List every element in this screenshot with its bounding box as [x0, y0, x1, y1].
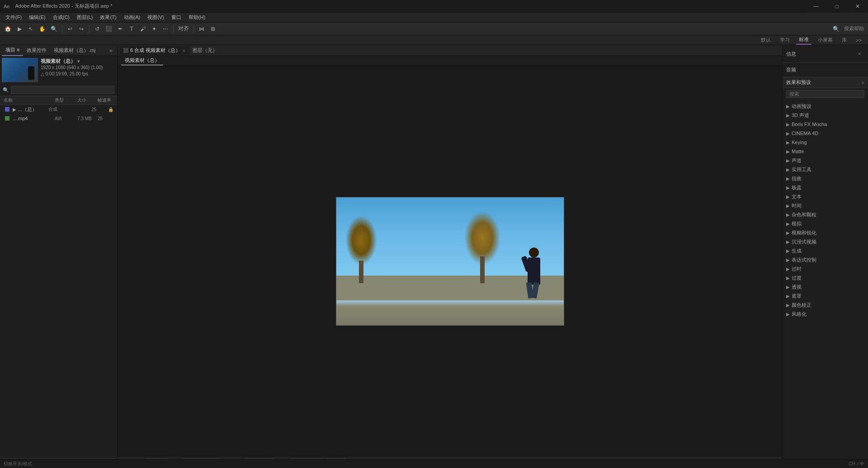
ws-default[interactable]: 默认: [758, 36, 774, 44]
comp-tab-label: 6 合成 视频素材（总）: [130, 47, 180, 54]
maximize-button[interactable]: □: [826, 0, 847, 13]
fx-name-19: 过时: [792, 266, 802, 272]
fx-transition[interactable]: ▶ 过渡: [783, 273, 868, 282]
project-search-input[interactable]: [11, 86, 114, 94]
fx-immersive-video[interactable]: ▶ 沉浸式视频: [783, 237, 868, 246]
fx-obsolete[interactable]: ▶ 过时: [783, 264, 868, 273]
file-item-avi[interactable]: ....mp4 AVI 7.3 MB 25: [0, 114, 117, 123]
fx-name-8: 实用工具: [792, 166, 811, 173]
select-tool[interactable]: ↖: [26, 24, 36, 34]
composition-frame: ✦: [336, 197, 564, 326]
tree-left: [345, 215, 377, 283]
fx-cover[interactable]: ▶ 板盖: [783, 183, 868, 192]
stamp-tool[interactable]: ✦: [149, 24, 159, 34]
fx-distort[interactable]: ▶ 扭曲: [783, 174, 868, 183]
effects-categories: ▶ 动画预设 ▶ 3D 声道 ▶ Boris FX Mocha ▶ CINEMA…: [783, 100, 868, 456]
panel-more-button[interactable]: »: [107, 47, 115, 54]
status-left: 切换开关/模式: [4, 461, 32, 467]
zoom-tool[interactable]: 🔍: [49, 24, 59, 34]
minimize-button[interactable]: —: [806, 0, 826, 13]
fx-arrow-23: ▶: [786, 303, 790, 308]
ws-more[interactable]: >>: [853, 37, 864, 44]
search-icon: 🔍: [3, 87, 9, 93]
viewer-tab-footage[interactable]: 视频素材（总）: [121, 56, 163, 66]
snap-button[interactable]: ⋈: [197, 24, 207, 34]
ws-standard[interactable]: 标准: [796, 35, 811, 45]
comp-tab-main[interactable]: ⬛ 6 合成 视频素材（总） ≡: [119, 46, 189, 55]
puppet-tool[interactable]: ⋯: [160, 24, 170, 34]
menu-layer[interactable]: 图层(L): [73, 13, 96, 23]
fx-matte[interactable]: ▶ Matte: [783, 147, 868, 156]
tools-group[interactable]: ⬛: [104, 24, 114, 34]
fx-color-correction[interactable]: ▶ 颜色校正: [783, 300, 868, 309]
fx-channel[interactable]: ▶ 声道: [783, 156, 868, 165]
menu-edit[interactable]: 编辑(E): [25, 13, 49, 23]
fx-animation-presets[interactable]: ▶ 动画预设: [783, 102, 868, 111]
workspace-bar: 默认 学习 标准 小屏幕 库 >>: [0, 35, 868, 45]
align-button[interactable]: 对齐: [176, 24, 191, 34]
tab-footage[interactable]: 视频素材（总）.mj: [50, 45, 99, 56]
comp-tab-layers[interactable]: 图层（无）: [189, 46, 221, 55]
hand-tool[interactable]: ✋: [37, 24, 47, 34]
fx-keying[interactable]: ▶ Keying: [783, 138, 868, 147]
fx-arrow-10: ▶: [786, 185, 790, 190]
audio-title: 音频: [786, 65, 864, 75]
fx-noise-grain[interactable]: ▶ 杂色和颗粒: [783, 210, 868, 219]
menu-file[interactable]: 文件(F): [2, 13, 25, 23]
rotate-tool[interactable]: ↺: [92, 24, 102, 34]
fx-arrow-3: ▶: [786, 122, 790, 127]
fx-name-23: 颜色校正: [792, 302, 811, 309]
menu-composition[interactable]: 合成(C): [49, 13, 73, 23]
tree-right-trunk: [480, 256, 485, 283]
play-button[interactable]: ▶: [14, 24, 24, 34]
fx-utility[interactable]: ▶ 实用工具: [783, 165, 868, 174]
fx-generate[interactable]: ▶ 生成: [783, 246, 868, 255]
text-tool[interactable]: T: [127, 24, 137, 34]
tab-project[interactable]: 项目 ≡: [2, 45, 23, 56]
person-body: [528, 257, 540, 285]
project-panel-tabbar: 项目 ≡ 效果控件 视频素材（总）.mj »: [0, 45, 117, 56]
menu-window[interactable]: 窗口: [168, 13, 185, 23]
tree-right: [464, 211, 500, 283]
search-button[interactable]: 🔍: [831, 24, 841, 34]
window-controls: — □ ✕: [806, 0, 868, 13]
redo-button[interactable]: ↪: [76, 24, 86, 34]
fx-arrow-14: ▶: [786, 221, 790, 226]
fx-simulate[interactable]: ▶ 模拟: [783, 219, 868, 228]
effects-more-icon[interactable]: ≡: [862, 80, 864, 85]
fx-mask[interactable]: ▶ 遮罩: [783, 291, 868, 300]
ws-library[interactable]: 库: [839, 36, 849, 44]
fx-cinema4d[interactable]: ▶ CINEMA 4D: [783, 129, 868, 138]
tab-effects-controls[interactable]: 效果控件: [23, 45, 50, 56]
info-close-button[interactable]: ✕: [854, 49, 864, 59]
fx-text[interactable]: ▶ 文本: [783, 192, 868, 201]
pen-tool[interactable]: ✒: [115, 24, 125, 34]
menu-view[interactable]: 视图(V): [144, 13, 168, 23]
file-item-comp[interactable]: ▶ ...（总） 合成 25 🔒: [0, 105, 117, 114]
home-button[interactable]: 🏠: [3, 24, 13, 34]
ws-small[interactable]: 小屏幕: [815, 36, 835, 44]
3d-button[interactable]: ⊞: [208, 24, 218, 34]
ws-learn[interactable]: 学习: [777, 36, 793, 44]
menu-effects[interactable]: 效果(T): [96, 13, 120, 23]
fx-arrow-17: ▶: [786, 248, 790, 253]
effects-search-input[interactable]: [786, 90, 864, 98]
fx-perspective[interactable]: ▶ 透视: [783, 282, 868, 291]
center-area: ⬛ 6 合成 视频素材（总） ≡ 图层（无） 视频素材（总）: [118, 45, 782, 468]
project-preview: 视频素材（总） ▾ 1920 x 1080 (640 x 360) (1.00)…: [0, 56, 117, 84]
menu-help[interactable]: 帮助(H): [185, 13, 209, 23]
fx-boris-mocha[interactable]: ▶ Boris FX Mocha: [783, 120, 868, 129]
fx-stylize[interactable]: ▶ 风格化: [783, 309, 868, 318]
fx-blur-sharpen[interactable]: ▶ 模糊和锐化: [783, 228, 868, 237]
fx-3d-channel[interactable]: ▶ 3D 声道: [783, 111, 868, 120]
fx-name-20: 过渡: [792, 275, 802, 281]
fx-time[interactable]: ▶ 时间: [783, 201, 868, 210]
menu-bar: 文件(F) 编辑(E) 合成(C) 图层(L) 效果(T) 动画(A) 视图(V…: [0, 13, 868, 23]
fx-expression-controls[interactable]: ▶ 表达式控制: [783, 255, 868, 264]
audio-section: 音频: [783, 63, 868, 77]
close-button[interactable]: ✕: [847, 0, 868, 13]
menu-animation[interactable]: 动画(A): [120, 13, 144, 23]
undo-button[interactable]: ↩: [65, 24, 75, 34]
brush-tool[interactable]: 🖌: [138, 24, 148, 34]
fx-arrow-1: ▶: [786, 104, 790, 109]
